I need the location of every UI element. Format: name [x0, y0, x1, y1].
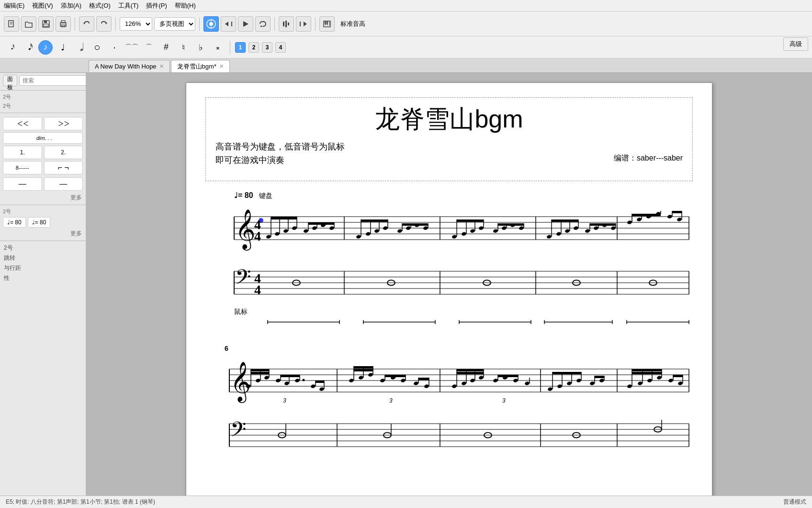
sep-4: [274, 17, 275, 31]
sharp-btn[interactable]: #: [159, 40, 173, 55]
flat-btn[interactable]: ♭: [193, 40, 208, 55]
voice-4-btn[interactable]: 4: [275, 42, 286, 53]
menu-format[interactable]: 格式(O): [89, 1, 111, 10]
svg-marker-22: [304, 22, 307, 26]
art-dim[interactable]: dim. . .: [3, 132, 83, 144]
svg-rect-236: [498, 375, 518, 377]
zoom-select[interactable]: 126% 100% 150%: [120, 17, 152, 31]
advanced-button[interactable]: 高级: [783, 37, 808, 51]
music-system-2: 6 𝄞: [205, 344, 693, 459]
rewind-button[interactable]: [221, 16, 236, 32]
tab-close-new-day[interactable]: ✕: [159, 63, 164, 69]
svg-marker-15: [225, 22, 228, 26]
tab-longji[interactable]: 龙脊雪山bgm* ✕: [171, 60, 230, 72]
svg-rect-107: [552, 219, 578, 222]
tempo-item-1[interactable]: ♩= 80: [3, 217, 26, 228]
half-note-btn[interactable]: 𝅗𝅥: [73, 40, 87, 55]
svg-text:𝄞: 𝄞: [230, 362, 251, 403]
art-line1[interactable]: —: [3, 177, 42, 191]
svg-point-114: [610, 226, 616, 230]
menu-add[interactable]: 添加(A): [61, 1, 81, 10]
svg-rect-197: [316, 381, 324, 383]
svg-rect-130: [672, 211, 682, 213]
svg-rect-20: [285, 21, 287, 27]
menu-tools[interactable]: 工具(T): [118, 1, 139, 10]
svg-point-54: [303, 229, 308, 233]
art-cresc[interactable]: < <: [3, 117, 42, 130]
more-btn-2[interactable]: 更多: [0, 229, 86, 239]
prop-item-2[interactable]: 跳转: [0, 253, 86, 263]
svg-point-224: [470, 378, 475, 382]
view-mode-select[interactable]: 多页视图 单页视图: [154, 17, 195, 31]
tie-btn[interactable]: ⌒⌒: [124, 40, 139, 55]
whole-note-btn[interactable]: ○: [90, 40, 104, 55]
svg-rect-53: [271, 217, 297, 219]
art-bracket[interactable]: ⌐ ¬: [44, 161, 83, 174]
svg-text:3: 3: [389, 397, 393, 404]
svg-point-63: [356, 234, 361, 239]
sixteenth-note-btn[interactable]: 𝅘𝅥𝅯: [21, 40, 35, 55]
svg-rect-98: [498, 223, 524, 226]
forward-button[interactable]: [296, 16, 311, 32]
treble-staff-1: 𝄞 4 4: [205, 202, 694, 260]
svg-rect-28: [325, 21, 326, 24]
open-button[interactable]: [21, 16, 36, 32]
art-rep2[interactable]: 2.: [44, 146, 83, 159]
eighth-note-btn[interactable]: ♪: [38, 40, 53, 55]
music-system-1: ♩= 80 键盘 𝄞 4 4: [205, 191, 693, 330]
prop-item-1[interactable]: 2号: [0, 243, 86, 253]
std-pitch-label: 标准音高: [340, 20, 365, 28]
svg-point-207: [380, 378, 385, 382]
svg-rect-29: [327, 21, 328, 24]
print-button[interactable]: [56, 16, 71, 32]
loop-button[interactable]: [255, 16, 271, 32]
score-area[interactable]: 龙脊雪山bgm 高音谱号为键盘，低音谱号为鼠标 即可在游戏中演奏 编谱：sabe…: [86, 73, 812, 496]
new-button[interactable]: [4, 16, 19, 32]
art-octave8[interactable]: 8------: [3, 161, 42, 174]
menu-edit[interactable]: 编辑(E): [4, 1, 24, 10]
art-rep1[interactable]: 1.: [3, 146, 42, 159]
svg-point-117: [627, 220, 632, 224]
mixer-button[interactable]: [203, 16, 219, 32]
voice-1-btn[interactable]: 1: [235, 42, 246, 53]
svg-rect-4: [44, 21, 47, 23]
prop-item-4[interactable]: 性: [0, 273, 86, 283]
dblsharp-btn[interactable]: 𝄪: [211, 40, 225, 55]
slur-btn[interactable]: ⌒: [142, 40, 156, 55]
grace-note-btn[interactable]: 𝅘𝅥𝅯: [4, 40, 18, 55]
voice-2-btn[interactable]: 2: [248, 42, 259, 53]
section-label-1: 2号: [0, 92, 86, 102]
svg-point-185: [275, 378, 281, 382]
svg-point-110: [593, 226, 598, 230]
save-button[interactable]: [38, 16, 54, 32]
natural-btn[interactable]: ♮: [176, 40, 191, 55]
redo-button[interactable]: [96, 16, 112, 32]
treble-staff-2: 𝄞: [205, 355, 694, 412]
keyboard-label: 键盘: [259, 192, 272, 199]
tab-close-longji[interactable]: ✕: [219, 63, 224, 69]
dot-btn[interactable]: ·: [107, 40, 122, 55]
undo-button[interactable]: [79, 16, 94, 32]
svg-rect-8: [61, 25, 65, 27]
svg-point-260: [656, 375, 662, 380]
play-button[interactable]: [238, 16, 253, 32]
art-decresc[interactable]: > >: [44, 117, 83, 130]
piano-button[interactable]: [319, 16, 335, 32]
search-input[interactable]: [19, 75, 86, 86]
rhythm-button[interactable]: [279, 16, 294, 32]
more-btn-1[interactable]: 更多: [0, 193, 86, 203]
prop-item-3[interactable]: 与行距: [0, 263, 86, 273]
menu-plugins[interactable]: 插件(P): [146, 1, 167, 10]
tempo-item-2[interactable]: ♩= 80: [28, 217, 51, 228]
tab-new-day[interactable]: A New Day With Hope ✕: [89, 60, 170, 72]
panel-toggle-btn[interactable]: 面板: [3, 75, 17, 86]
art-line2[interactable]: —: [44, 177, 83, 191]
menu-help[interactable]: 帮助(H): [175, 1, 196, 10]
svg-point-258: [647, 378, 652, 382]
menu-view[interactable]: 视图(V): [32, 1, 53, 10]
svg-text:3: 3: [283, 397, 286, 404]
svg-point-101: [556, 231, 561, 236]
quarter-note-btn[interactable]: ♩: [56, 40, 70, 55]
svg-point-234: [513, 378, 518, 382]
voice-3-btn[interactable]: 3: [262, 42, 272, 53]
